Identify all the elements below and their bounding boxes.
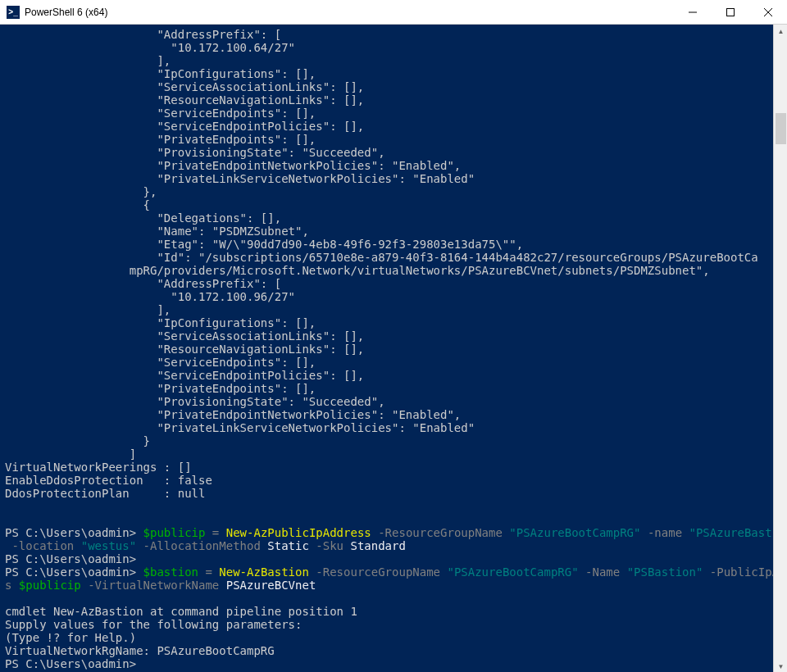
client-area: "AddressPrefix": [ "10.172.100.64/27" ],… bbox=[0, 25, 787, 672]
terminal-line: "ProvisioningState": "Succeeded", bbox=[5, 146, 768, 159]
terminal-line: "ServiceAssociationLinks": [], bbox=[5, 80, 768, 93]
terminal-line bbox=[5, 500, 768, 513]
scroll-up-arrow[interactable]: ▲ bbox=[774, 25, 787, 39]
terminal-line: "PrivateEndpoints": [], bbox=[5, 382, 768, 395]
terminal-line: Supply values for the following paramete… bbox=[5, 618, 768, 631]
terminal-output[interactable]: "AddressPrefix": [ "10.172.100.64/27" ],… bbox=[0, 25, 773, 672]
terminal-line: ], bbox=[5, 54, 768, 67]
window-title: PowerShell 6 (x64) bbox=[25, 7, 107, 18]
minimize-button[interactable] bbox=[674, 0, 712, 25]
terminal-line: PS C:\Users\oadmin> bbox=[5, 552, 768, 565]
terminal-line: VirtualNetworkPeerings : [] bbox=[5, 461, 768, 474]
terminal-line: "ServiceEndpointPolicies": [], bbox=[5, 369, 768, 382]
terminal-line: "AddressPrefix": [ bbox=[5, 277, 768, 290]
terminal-line: "PrivateEndpointNetworkPolicies": "Enabl… bbox=[5, 408, 768, 421]
terminal-line: "ProvisioningState": "Succeeded", bbox=[5, 395, 768, 408]
terminal-line: "Id": "/subscriptions/65710e8e-a879-40f3… bbox=[5, 251, 768, 264]
terminal-line: PS C:\Users\oadmin> $publicip = New-AzPu… bbox=[5, 526, 768, 539]
terminal-line: "ServiceEndpoints": [], bbox=[5, 356, 768, 369]
terminal-line: "PrivateLinkServiceNetworkPolicies": "En… bbox=[5, 421, 768, 434]
terminal-line: "10.172.100.96/27" bbox=[5, 290, 768, 303]
terminal-line: ], bbox=[5, 303, 768, 316]
terminal-line: "PrivateLinkServiceNetworkPolicies": "En… bbox=[5, 172, 768, 185]
svg-rect-1 bbox=[727, 8, 735, 16]
terminal-line: "Delegations": [], bbox=[5, 211, 768, 225]
terminal-line: ] bbox=[5, 447, 768, 461]
terminal-line: mpRG/providers/Microsoft.Network/virtual… bbox=[5, 264, 768, 277]
close-button[interactable] bbox=[749, 0, 787, 25]
terminal-line: cmdlet New-AzBastion at command pipeline… bbox=[5, 605, 768, 618]
vertical-scrollbar[interactable]: ▲ ▼ bbox=[773, 25, 787, 672]
terminal-line: "ResourceNavigationLinks": [], bbox=[5, 93, 768, 107]
terminal-line: "ServiceEndpointPolicies": [], bbox=[5, 120, 768, 133]
terminal-line: EnableDdosProtection : false bbox=[5, 474, 768, 487]
terminal-line: -location "westus" -AllocationMethod Sta… bbox=[5, 539, 768, 552]
terminal-line: "AddressPrefix": [ bbox=[5, 28, 768, 41]
terminal-line: "IpConfigurations": [], bbox=[5, 316, 768, 329]
terminal-line: "ResourceNavigationLinks": [], bbox=[5, 343, 768, 356]
terminal-line: }, bbox=[5, 185, 768, 198]
terminal-line: "Name": "PSDMZSubnet", bbox=[5, 225, 768, 238]
powershell-icon: >_ bbox=[7, 6, 20, 19]
terminal-line bbox=[5, 513, 768, 526]
terminal-line: "Etag": "W/\"90dd7d90-4eb8-49f6-92f3-298… bbox=[5, 238, 768, 251]
terminal-line bbox=[5, 592, 768, 605]
terminal-line: PS C:\Users\oadmin> $bastion = New-AzBas… bbox=[5, 565, 768, 579]
terminal-line: "PrivateEndpoints": [], bbox=[5, 133, 768, 146]
terminal-line: PS C:\Users\oadmin> bbox=[5, 657, 768, 670]
terminal-line: } bbox=[5, 434, 768, 447]
terminal-line: s $publicip -VirtualNetworkName PSAzureB… bbox=[5, 579, 768, 592]
scroll-down-arrow[interactable]: ▼ bbox=[774, 660, 787, 672]
terminal-line: { bbox=[5, 198, 768, 211]
terminal-line: DdosProtectionPlan : null bbox=[5, 487, 768, 500]
terminal-line: (Type !? for Help.) bbox=[5, 631, 768, 644]
terminal-line: "PrivateEndpointNetworkPolicies": "Enabl… bbox=[5, 159, 768, 172]
terminal-line: "10.172.100.64/27" bbox=[5, 41, 768, 54]
terminal-line: "IpConfigurations": [], bbox=[5, 67, 768, 80]
scroll-thumb[interactable] bbox=[776, 113, 786, 144]
terminal-line: "ServiceAssociationLinks": [], bbox=[5, 329, 768, 343]
terminal-line: "ServiceEndpoints": [], bbox=[5, 107, 768, 120]
maximize-button[interactable] bbox=[712, 0, 749, 25]
terminal-line: VirtualNetworkRgName: PSAzureBootCampRG bbox=[5, 644, 768, 657]
titlebar[interactable]: >_ PowerShell 6 (x64) bbox=[0, 0, 787, 25]
